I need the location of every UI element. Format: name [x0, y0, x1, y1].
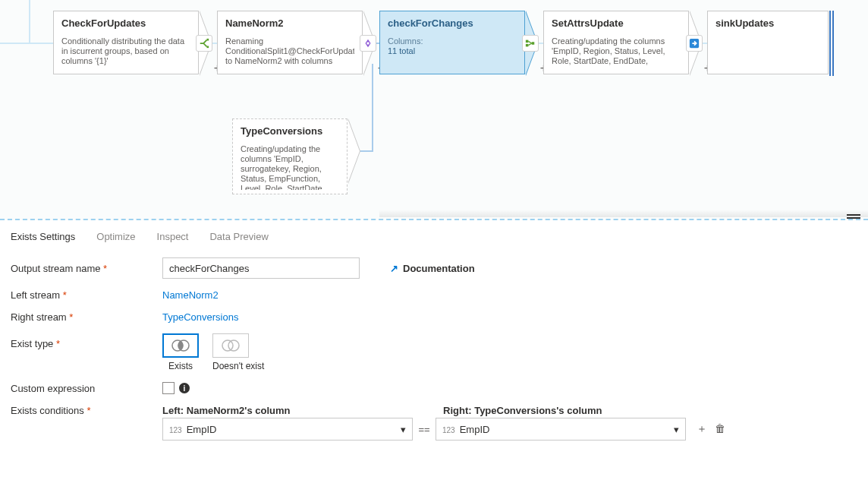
svg-point-2	[366, 42, 370, 45]
svg-rect-3	[526, 40, 529, 43]
output-stream-label: Output stream name	[11, 263, 162, 274]
panel-shadow	[379, 210, 868, 217]
node-desc: Creating/updating the columns 'EmpID, Re…	[552, 36, 681, 67]
node-namenorm2[interactable]: NameNorm2 Renaming ConditionalSplit1@Che…	[217, 11, 363, 74]
tab-inspect[interactable]: Inspect	[157, 229, 189, 244]
documentation-label: Documentation	[403, 263, 475, 274]
settings-panel: Exists Settings Optimize Inspect Data Pr…	[0, 220, 868, 441]
exist-type-not-exists[interactable]: Doesn't exist	[212, 333, 264, 371]
node-sinkupdates[interactable]: sinkUpdates	[707, 11, 829, 74]
node-title: SetAttrsUpdate	[552, 17, 681, 29]
venn-exists-icon	[169, 339, 192, 352]
pipe	[0, 43, 53, 44]
node-checkforchanges[interactable]: checkForChanges Columns: 11 total +	[379, 11, 525, 74]
info-icon[interactable]: i	[179, 383, 190, 393]
node-title: TypeConversions	[241, 125, 339, 137]
node-typeconversions[interactable]: TypeConversions Creating/updating the co…	[232, 118, 348, 194]
svg-point-10	[228, 340, 239, 351]
derive-op-icon	[522, 35, 539, 52]
tab-data-preview[interactable]: Data Preview	[209, 229, 268, 244]
external-link-icon: ↗	[390, 263, 398, 274]
exist-type-label: Exist type	[11, 333, 162, 349]
delete-condition-button[interactable]: 🗑	[715, 422, 725, 436]
settings-tabs: Exists Settings Optimize Inspect Data Pr…	[11, 229, 857, 244]
pipe	[29, 0, 30, 43]
left-column-dropdown[interactable]: 123EmpID ▾	[162, 418, 413, 441]
exists-conditions-label: Exists conditions	[11, 405, 162, 416]
split-icon	[196, 35, 212, 52]
right-stream-value[interactable]: TypeConversions	[162, 311, 238, 323]
equals-operator: ==	[413, 424, 436, 435]
node-columns-count: 11 total	[388, 46, 415, 55]
datatype-badge: 123	[442, 426, 455, 434]
chevron-down-icon: ▾	[674, 424, 679, 435]
node-title: sinkUpdates	[715, 17, 820, 29]
exist-type-exists-label: Exists	[162, 361, 199, 371]
node-checkforupdates[interactable]: CheckForUpdates Conditionally distributi…	[53, 11, 199, 74]
node-desc: Conditionally distributing the data in i…	[61, 36, 190, 66]
documentation-link[interactable]: ↗ Documentation	[390, 263, 475, 274]
svg-rect-5	[532, 42, 535, 45]
custom-expression-checkbox[interactable]	[162, 382, 175, 394]
right-column-value: EmpID	[460, 424, 490, 435]
node-desc: Renaming ConditionalSplit1@CheckForUpdat…	[225, 36, 354, 67]
output-stream-input[interactable]	[162, 257, 360, 279]
svg-point-9	[222, 340, 233, 351]
svg-rect-1	[207, 46, 209, 49]
datatype-badge: 123	[169, 426, 182, 434]
node-columns-label: Columns:	[388, 36, 423, 46]
pipe	[372, 64, 373, 152]
dataflow-canvas[interactable]: CheckForUpdates Conditionally distributi…	[0, 0, 868, 220]
node-title: CheckForUpdates	[61, 17, 190, 29]
left-stream-value[interactable]: NameNorm2	[162, 289, 219, 301]
chevron-down-icon: ▾	[401, 424, 406, 435]
exist-type-exists[interactable]: Exists	[162, 333, 199, 371]
node-title: checkForChanges	[388, 17, 517, 29]
node-title: NameNorm2	[225, 17, 354, 29]
tab-optimize[interactable]: Optimize	[96, 229, 135, 244]
sink-op-icon	[686, 35, 703, 52]
cond-right-header: Right: TypeConversions's column	[443, 405, 701, 416]
node-desc: Columns: 11 total	[388, 36, 517, 56]
exists-op-icon	[360, 35, 376, 52]
custom-expression-label: Custom expression	[11, 383, 162, 394]
tab-exists-settings[interactable]: Exists Settings	[11, 229, 75, 244]
svg-rect-4	[526, 44, 529, 47]
right-stream-label: Right stream	[11, 311, 162, 323]
left-column-value: EmpID	[187, 424, 217, 435]
panel-resize-handle[interactable]	[847, 214, 860, 219]
left-stream-label: Left stream	[11, 289, 162, 301]
node-setattrsupdate[interactable]: SetAttrsUpdate Creating/updating the col…	[543, 11, 689, 74]
cond-left-header: Left: NameNorm2's column	[162, 405, 420, 416]
venn-not-exists-icon	[219, 339, 242, 352]
add-condition-button[interactable]: ＋	[697, 422, 707, 436]
sink-terminator	[829, 11, 834, 76]
right-column-dropdown[interactable]: 123EmpID ▾	[436, 418, 686, 441]
node-desc: Creating/updating the columns 'EmpID, su…	[241, 144, 339, 190]
svg-rect-0	[207, 39, 209, 41]
exist-type-not-exists-label: Doesn't exist	[212, 361, 264, 371]
